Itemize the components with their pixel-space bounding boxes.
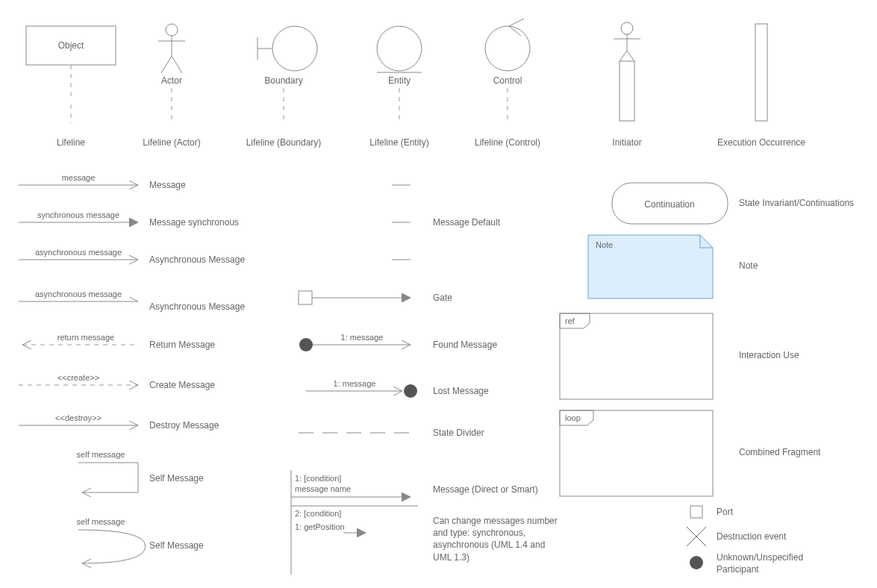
initiator-caption: Initiator xyxy=(612,137,641,148)
multi-line1: 1: [condition] xyxy=(295,474,341,483)
lost-text: 1: message xyxy=(334,379,376,388)
create-message-arrow: <<create>> Create Message xyxy=(19,373,215,390)
svg-point-20 xyxy=(621,22,633,34)
unknown-caption: Unknown/Unspecified Participant xyxy=(717,552,843,575)
async2-text: asynchronous message xyxy=(35,290,122,298)
lifeline-control: Control Lifeline (Control) xyxy=(475,19,540,148)
svg-point-39 xyxy=(299,338,313,351)
interaction-use-caption: Interaction Use xyxy=(739,350,799,360)
found-text: 1: message xyxy=(341,333,384,342)
destroy-caption: Destroy Message xyxy=(149,420,219,431)
message-direct-smart: 1: [condition] message name 2: [conditio… xyxy=(291,470,560,582)
lifeline-actor-caption: Lifeline (Actor) xyxy=(143,137,200,148)
sync-text: synchronous message xyxy=(37,210,119,219)
async-message-arrow-2: asynchronous message Asynchronous Messag… xyxy=(19,290,245,312)
lifeline-boundary: Boundary Lifeline (Boundary) xyxy=(246,26,322,148)
continuation-text: Continuation xyxy=(644,199,694,210)
message-text: message xyxy=(62,173,96,182)
lifeline-object: Object Lifeline xyxy=(26,26,116,148)
lost-message-symbol: 1: message Lost Message xyxy=(306,379,489,398)
lost-caption: Lost Message xyxy=(433,386,489,396)
sync-caption: Message synchronous xyxy=(149,217,239,228)
lifeline-boundary-caption: Lifeline (Boundary) xyxy=(246,137,322,148)
svg-rect-25 xyxy=(619,61,634,121)
interaction-use-symbol: ref Interaction Use xyxy=(560,313,799,399)
note-caption: Note xyxy=(739,260,758,271)
destruction-caption: Destruction event xyxy=(717,531,787,542)
svg-line-23 xyxy=(619,51,627,61)
async2-caption: Asynchronous Message xyxy=(149,301,245,312)
state-divider-caption: State Divider xyxy=(433,428,484,438)
svg-point-11 xyxy=(272,26,317,71)
message-arrow: message Message xyxy=(19,173,186,190)
svg-point-54 xyxy=(690,556,703,569)
self-message-2: self message Self Message xyxy=(77,517,204,563)
self2-caption: Self Message xyxy=(149,540,204,551)
self2-text: self message xyxy=(77,517,125,526)
destruction-symbol: Destruction event xyxy=(687,527,787,546)
continuation-symbol: Continuation State Invariant/Continuatio… xyxy=(612,183,854,224)
return-text: return message xyxy=(57,333,114,342)
diagram-canvas: Object Lifeline Actor Lifeline (Actor) B… xyxy=(15,15,862,582)
svg-rect-50 xyxy=(560,410,713,496)
gate-symbol: Gate xyxy=(299,291,452,304)
svg-rect-49 xyxy=(560,313,713,399)
async1-caption: Asynchronous Message xyxy=(149,254,245,265)
unknown-participant-symbol: Unknown/Unspecified Participant xyxy=(690,552,843,582)
state-divider-symbol: State Divider xyxy=(299,428,484,438)
lifeline-actor: Actor Lifeline (Actor) xyxy=(143,24,200,148)
lifeline-initiator: Initiator xyxy=(612,22,641,148)
svg-rect-37 xyxy=(299,291,312,304)
message-default-2: Message Default xyxy=(392,217,501,228)
create-text: <<create>> xyxy=(57,373,99,382)
multi-line4: 1: getPosition xyxy=(295,522,345,531)
multi-caption: Message (Direct or Smart) xyxy=(433,484,538,495)
svg-point-16 xyxy=(485,26,530,71)
port-caption: Port xyxy=(717,507,734,517)
lifeline-object-caption: Lifeline xyxy=(57,137,85,148)
found-message-symbol: 1: message Found Message xyxy=(299,333,497,351)
control-title: Control xyxy=(493,75,522,86)
note-symbol: Note Note xyxy=(588,235,758,298)
svg-rect-51 xyxy=(690,506,702,518)
combined-caption: Combined Fragment xyxy=(739,447,821,457)
port-symbol: Port xyxy=(690,506,734,518)
svg-rect-26 xyxy=(755,24,767,121)
sync-message-arrow: synchronous message Message synchronous xyxy=(19,210,239,228)
actor-title: Actor xyxy=(161,75,182,86)
async1-text: asynchronous message xyxy=(35,248,122,257)
entity-title: Entity xyxy=(388,75,411,86)
found-caption: Found Message xyxy=(433,340,497,350)
async-message-arrow-1: asynchronous message Asynchronous Messag… xyxy=(19,248,245,265)
multi-line2: message name xyxy=(295,484,351,493)
message-default-caption: Message Default xyxy=(433,217,501,228)
return-message-arrow: return message Return Message xyxy=(22,333,215,350)
interaction-use-tag: ref xyxy=(565,316,575,325)
note-text: Note xyxy=(596,240,613,249)
message-caption: Message xyxy=(149,180,186,190)
multi-line3: 2: [condition] xyxy=(295,509,341,518)
self1-text: self message xyxy=(77,450,125,459)
self-message-1: self message Self Message xyxy=(77,450,204,492)
svg-point-13 xyxy=(377,26,422,71)
lifeline-entity: Entity Lifeline (Entity) xyxy=(369,26,428,148)
multi-desc: Can change messages number and type: syn… xyxy=(433,515,560,563)
combined-fragment-symbol: loop Combined Fragment xyxy=(560,410,821,496)
continuation-caption: State Invariant/Continuations xyxy=(739,198,854,208)
object-title: Object xyxy=(58,40,84,51)
svg-point-42 xyxy=(404,384,417,398)
lifeline-control-caption: Lifeline (Control) xyxy=(475,137,540,148)
combined-tag: loop xyxy=(565,413,581,422)
boundary-title: Boundary xyxy=(264,75,302,86)
return-caption: Return Message xyxy=(149,340,215,350)
destroy-message-arrow: <<destroy>> Destroy Message xyxy=(19,413,219,431)
svg-point-3 xyxy=(166,24,178,36)
execution-occurrence: Execution Occurrence xyxy=(717,24,805,148)
lifeline-entity-caption: Lifeline (Entity) xyxy=(369,137,428,148)
svg-line-6 xyxy=(161,56,172,73)
execution-caption: Execution Occurrence xyxy=(717,137,805,148)
create-caption: Create Message xyxy=(149,380,215,390)
svg-line-7 xyxy=(172,56,182,73)
svg-line-17 xyxy=(509,19,524,26)
destroy-text: <<destroy>> xyxy=(55,413,102,422)
